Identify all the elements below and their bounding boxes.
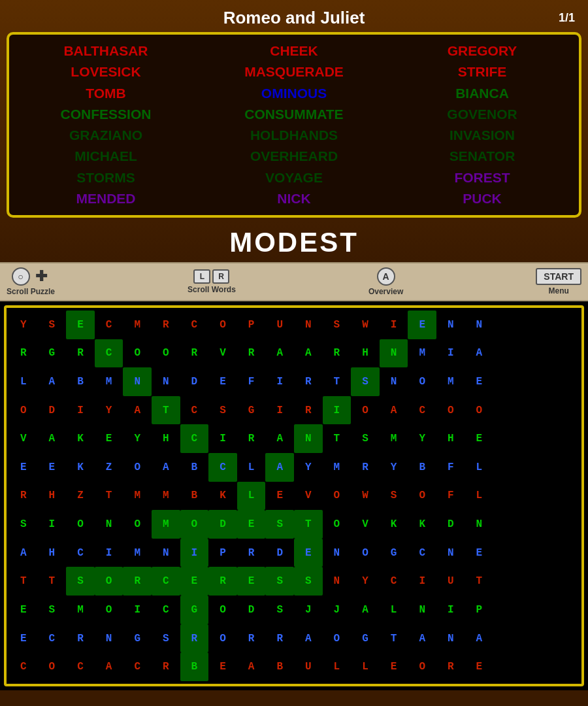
game-title: Romeo and Juliet [223, 8, 365, 28]
grid-cell: A [95, 652, 123, 681]
grid-cell: I [123, 596, 152, 624]
grid-cell [522, 652, 551, 681]
r-button[interactable]: R [212, 269, 229, 284]
menu-label: Menu [548, 286, 568, 295]
grid-cell [550, 396, 579, 425]
grid-cell [493, 596, 522, 624]
grid-cell [493, 339, 522, 368]
grid-cell: O [123, 510, 152, 539]
grid-cell: O [408, 652, 436, 681]
grid-cell: A [265, 339, 294, 368]
word-item: VOYAGE [200, 168, 388, 188]
grid-cell: O [208, 311, 237, 339]
grid-cell [550, 424, 579, 453]
grid-cell: N [294, 311, 323, 339]
grid-cell: D [436, 510, 465, 539]
menu-icons: START [536, 268, 581, 285]
grid-cell: H [351, 339, 380, 368]
overview-label: Overview [368, 287, 403, 296]
word-item: HOLDHANDS [200, 126, 388, 145]
current-word: MODEST [229, 227, 359, 258]
start-button[interactable]: START [536, 268, 581, 285]
grid-cell: A [465, 339, 494, 368]
grid-cell: R [323, 339, 351, 368]
word-item: BIANCA [388, 84, 576, 103]
grid-cell: A [38, 424, 67, 453]
circle-icon[interactable]: ○ [12, 267, 30, 286]
grid-cell [522, 424, 551, 453]
grid-cell: A [294, 339, 323, 368]
grid-cell: T [95, 482, 123, 511]
grid-cell: B [180, 652, 209, 681]
grid-cell: C [66, 539, 95, 567]
grid-cell: S [9, 510, 38, 539]
grid-cell: A [237, 652, 266, 681]
a-button[interactable]: A [377, 267, 395, 286]
grid-cell: T [380, 624, 408, 653]
word-item: OMINOUS [200, 84, 388, 103]
grid-cell: E [465, 539, 494, 567]
grid-cell: S [152, 624, 180, 653]
grid-cell: E [38, 453, 67, 482]
grid-cell: E [95, 424, 123, 453]
grid-cell [493, 652, 522, 681]
grid-cell [522, 482, 551, 511]
grid-cell: N [294, 424, 323, 453]
grid-cell: F [237, 367, 266, 396]
grid-cell: E [465, 367, 494, 396]
grid-cell [522, 624, 551, 653]
grid-cell: R [237, 624, 266, 653]
grid-cell: H [152, 424, 180, 453]
grid-cell: E [208, 652, 237, 681]
grid-cell: U [294, 652, 323, 681]
grid-cell: S [380, 482, 408, 511]
grid-cell: O [95, 596, 123, 624]
grid-cell: R [265, 624, 294, 653]
header-bar: Romeo and Juliet 1/1 [7, 5, 581, 32]
grid-cell [522, 596, 551, 624]
grid-cell [550, 539, 579, 567]
grid-cell [522, 396, 551, 425]
grid-cell: O [38, 652, 67, 681]
grid-cell: C [38, 624, 67, 653]
menu-control: START Menu [536, 268, 581, 295]
grid-cell: M [95, 367, 123, 396]
grid-cell [550, 510, 579, 539]
grid-cell: R [351, 453, 380, 482]
grid-cell [493, 453, 522, 482]
word-item: GOVENOR [388, 105, 576, 124]
word-item: GREGORY [388, 41, 576, 61]
grid-cell: T [9, 567, 38, 596]
grid-cell: K [66, 453, 95, 482]
grid-cell: C [9, 652, 38, 681]
grid-cell: F [436, 482, 465, 511]
grid-cell: O [323, 624, 351, 653]
grid-cell: O [180, 510, 209, 539]
grid-cell: G [351, 624, 380, 653]
grid-cell: W [351, 311, 380, 339]
grid-cell: O [408, 367, 436, 396]
grid-cell: H [436, 424, 465, 453]
grid-cell: C [152, 596, 180, 624]
grid-cell: K [408, 510, 436, 539]
grid-cell: I [66, 396, 95, 425]
scroll-words-control: L R Scroll Words [188, 269, 236, 294]
grid-cell: O [436, 396, 465, 425]
grid-cell: A [9, 539, 38, 567]
puzzle-grid: YSECMRCOPUNSWIENNRGRCOORVRAARHNMIALABMNN… [9, 311, 579, 681]
grid-cell: S [351, 367, 380, 396]
grid-cell: M [436, 367, 465, 396]
grid-cell: E [465, 424, 494, 453]
grid-cell: R [123, 567, 152, 596]
cross-icon[interactable]: ✚ [32, 267, 50, 286]
l-button[interactable]: L [193, 269, 210, 284]
grid-cell: V [208, 339, 237, 368]
grid-cell: A [265, 424, 294, 453]
grid-cell: D [180, 367, 209, 396]
grid-cell: N [436, 539, 465, 567]
word-item: MENDED [12, 189, 200, 209]
grid-cell: W [351, 482, 380, 511]
word-item: CONFESSION [12, 105, 200, 124]
current-word-bar: MODEST [7, 222, 581, 262]
puzzle-section: YSECMRCOPUNSWIENNRGRCOORVRAARHNMIALABMNN… [0, 301, 588, 690]
